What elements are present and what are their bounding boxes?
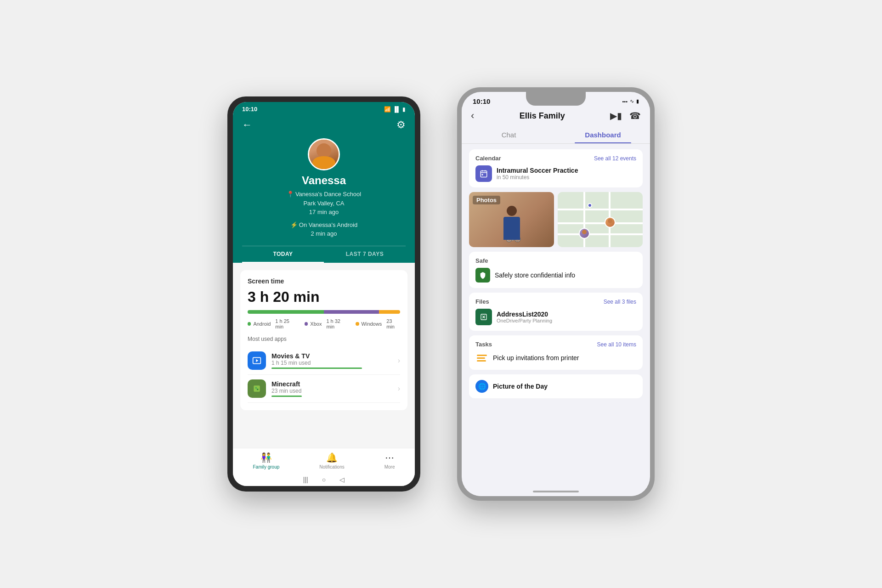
- iphone-status-icons: ••• ∿ ▮: [622, 98, 639, 104]
- iphone-action-icons: ▶▮ ☎: [610, 110, 641, 121]
- iphone-screen: 10:10 ••• ∿ ▮ ‹ Ellis Family ▶▮ ☎ Chat D…: [462, 92, 650, 496]
- gesture-home: ○: [322, 476, 326, 483]
- profile-device: On Vanessa's Android: [299, 220, 357, 230]
- video-call-icon[interactable]: ▶▮: [610, 110, 622, 121]
- files-see-all[interactable]: See all 3 files: [604, 299, 636, 305]
- android-screen: 10:10 📶 ▐▌ ▮ ← ⚙ Vanessa: [233, 102, 415, 486]
- android-label: Android: [253, 321, 271, 327]
- gesture-recents: ◁: [339, 476, 345, 483]
- calendar-title: Calendar: [475, 155, 501, 162]
- android-gesture-bar: ||| ○ ◁: [233, 473, 415, 486]
- tasks-section: Tasks See all 10 items Pick up invitatio…: [469, 335, 643, 370]
- photos-card[interactable]: 🚲 Photos: [469, 192, 554, 247]
- map-avatar-1: [605, 217, 616, 228]
- settings-icon[interactable]: ⚙: [396, 119, 406, 131]
- map-road-h3: [558, 233, 643, 235]
- notifications-icon: 🔔: [326, 452, 338, 463]
- calendar-event-info: Intramural Soccer Practice in 50 minutes: [497, 167, 578, 181]
- files-title: Files: [475, 298, 489, 305]
- app-time-minecraft: 23 min used: [271, 388, 392, 394]
- map-avatar-2: [579, 228, 590, 239]
- calendar-see-all[interactable]: See all 12 events: [594, 155, 636, 162]
- svg-rect-9: [482, 174, 483, 175]
- task-line-2: [477, 357, 485, 359]
- screen-time-card: Screen time 3 h 20 min Android 1 h 25 mi…: [240, 270, 407, 410]
- windows-segment: [379, 310, 400, 314]
- app-info-movies: Movies & TV 1 h 15 min used: [271, 352, 392, 369]
- task-item[interactable]: Pick up invitations from printer: [475, 351, 636, 364]
- battery-icon: ▮: [636, 98, 639, 104]
- wifi-icon: 📶: [384, 106, 391, 113]
- photo-person: [498, 206, 526, 247]
- profile-name: Vanessa: [302, 174, 346, 187]
- android-content: Screen time 3 h 20 min Android 1 h 25 mi…: [233, 263, 415, 448]
- safe-content[interactable]: Safely store confidential info: [475, 268, 636, 283]
- safe-text: Safely store confidential info: [495, 271, 575, 279]
- wifi-icon: ∿: [630, 98, 634, 104]
- picture-day-title: Picture of the Day: [493, 383, 548, 390]
- xbox-segment: [324, 310, 379, 314]
- task-text: Pick up invitations from printer: [493, 354, 579, 362]
- xbox-time: 1 h 32 min: [326, 318, 348, 329]
- map-background: [558, 192, 643, 247]
- iphone-nav: ‹ Ellis Family ▶▮ ☎: [462, 107, 650, 126]
- iphone-back-button[interactable]: ‹: [471, 110, 474, 122]
- phone-call-icon[interactable]: ☎: [629, 110, 641, 121]
- tab-dashboard[interactable]: Dashboard: [556, 126, 650, 143]
- calendar-section: Calendar See all 12 events Intramural So…: [469, 149, 643, 187]
- back-button[interactable]: ←: [242, 119, 252, 131]
- tasks-header: Tasks See all 10 items: [475, 341, 636, 348]
- safe-shield-icon: [475, 268, 490, 283]
- android-dot: [248, 322, 251, 326]
- screen-time-legend: Android 1 h 25 min Xbox 1 h 32 min Windo…: [248, 318, 400, 329]
- tasks-see-all[interactable]: See all 10 items: [597, 341, 636, 348]
- file-path: OneDrive/Party Planning: [497, 318, 552, 323]
- iphone: 10:10 ••• ∿ ▮ ‹ Ellis Family ▶▮ ☎ Chat D…: [457, 87, 655, 501]
- avatar-image: [309, 140, 339, 169]
- app-item-minecraft[interactable]: Minecraft 23 min used ›: [248, 375, 400, 403]
- home-bar: [533, 491, 579, 492]
- legend-windows: Windows 23 min: [356, 318, 400, 329]
- iphone-dashboard-content: Calendar See all 12 events Intramural So…: [462, 144, 650, 487]
- screen-time-label: Screen time: [248, 277, 400, 285]
- tab-chat[interactable]: Chat: [462, 126, 556, 143]
- android-nav-bar: ← ⚙: [242, 114, 406, 134]
- file-info: AddressList2020 OneDrive/Party Planning: [497, 311, 552, 323]
- nav-family-group[interactable]: 👫 Family group: [253, 452, 279, 469]
- avatar: [308, 138, 340, 170]
- signal-dots-icon: •••: [622, 99, 628, 104]
- signal-icon: ▐▌: [393, 106, 401, 113]
- profile-section: Vanessa 📍 Vanessa's Dance School Park Va…: [242, 134, 406, 246]
- android-status-time: 10:10: [242, 106, 257, 113]
- iphone-home-indicator: [462, 487, 650, 496]
- most-used-label: Most used apps: [248, 336, 400, 342]
- android-time: 1 h 25 min: [275, 318, 297, 329]
- android-tabs: TODAY LAST 7 DAYS: [242, 246, 406, 263]
- profile-device-time: 2 min ago: [311, 230, 337, 237]
- nav-more[interactable]: ⋯ More: [384, 452, 395, 469]
- event-name: Intramural Soccer Practice: [497, 167, 578, 174]
- app-time-movies: 1 h 15 min used: [271, 360, 392, 366]
- app-name-minecraft: Minecraft: [271, 380, 392, 388]
- safe-header: Safe: [475, 257, 636, 264]
- nav-family-label: Family group: [253, 464, 279, 469]
- profile-location: Park Valley, CA: [303, 200, 344, 207]
- nav-notifications-label: Notifications: [319, 464, 344, 469]
- android-bottom-nav: 👫 Family group 🔔 Notifications ⋯ More: [233, 448, 415, 473]
- screen-time-value: 3 h 20 min: [248, 288, 400, 305]
- app-info-minecraft: Minecraft 23 min used: [271, 380, 392, 397]
- person-head: [507, 206, 517, 216]
- map-card[interactable]: [558, 192, 643, 247]
- tab-last7[interactable]: LAST 7 DAYS: [324, 246, 406, 263]
- app-item-movies[interactable]: Movies & TV 1 h 15 min used ›: [248, 347, 400, 375]
- files-section: Files See all 3 files AddressList2020 On…: [469, 293, 643, 331]
- android-phone: 10:10 📶 ▐▌ ▮ ← ⚙ Vanessa: [227, 96, 420, 492]
- iphone-tabs: Chat Dashboard: [462, 126, 650, 144]
- calendar-event[interactable]: Intramural Soccer Practice in 50 minutes: [475, 165, 636, 182]
- file-item[interactable]: AddressList2020 OneDrive/Party Planning: [475, 309, 636, 325]
- iphone-status-time: 10:10: [473, 97, 490, 105]
- tab-today[interactable]: TODAY: [242, 246, 324, 263]
- calendar-header: Calendar See all 12 events: [475, 155, 636, 162]
- nav-notifications[interactable]: 🔔 Notifications: [319, 452, 344, 469]
- chevron-right-minecraft: ›: [398, 384, 400, 393]
